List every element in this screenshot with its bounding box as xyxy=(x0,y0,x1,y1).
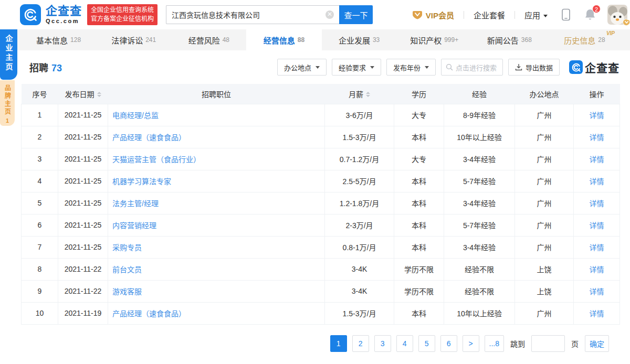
experience: 5-7年经验 xyxy=(444,170,515,192)
detail-link[interactable]: 详情 xyxy=(590,287,604,296)
job-position-link[interactable]: 天猫运营主管（食品行业） xyxy=(112,155,201,164)
detail-link[interactable]: 详情 xyxy=(590,133,604,142)
jump-to-label: 跳到 xyxy=(510,338,525,349)
search-icon xyxy=(446,63,453,71)
detail-link[interactable]: 详情 xyxy=(590,221,604,230)
tab-basic-info[interactable]: 基本信息128 xyxy=(21,29,96,50)
job-position-link[interactable]: 采购专员 xyxy=(112,243,142,252)
detail-link[interactable]: 详情 xyxy=(590,243,604,252)
mobile-app-button[interactable] xyxy=(561,8,571,21)
job-position-link[interactable]: 前台文员 xyxy=(112,265,142,274)
tab-risk[interactable]: 经营风险48 xyxy=(171,29,246,50)
detail-link[interactable]: 详情 xyxy=(590,177,604,186)
job-position-link[interactable]: 机器学习算法专家 xyxy=(112,177,171,186)
side-tab-brand-home[interactable]: 品牌主页 1 xyxy=(0,80,15,126)
row-index: 3 xyxy=(22,148,58,170)
job-position-cell: 天猫运营主管（食品行业） xyxy=(108,148,325,170)
apps-menu[interactable]: 应用 xyxy=(524,9,548,20)
qcc-watermark-text: 企查查 xyxy=(585,59,620,75)
tab-operation-info[interactable]: 经营信息88 xyxy=(246,29,321,50)
job-position-link[interactable]: 电商经理/总监 xyxy=(112,111,159,120)
qcc-watermark-icon xyxy=(569,60,583,74)
search-input[interactable]: 江西贪玩信息技术有限公司 ✕ xyxy=(166,5,339,24)
job-position-link[interactable]: 法务主管/经理 xyxy=(112,199,159,208)
experience: 经验不限 xyxy=(444,258,515,280)
avatar-vip-badge xyxy=(623,19,629,26)
pagination-pages: 123456>...8 xyxy=(330,335,504,352)
salary: 3-4K xyxy=(325,280,394,302)
row-index: 6 xyxy=(22,214,58,236)
page-button-5[interactable]: 5 xyxy=(418,335,435,352)
tab-history[interactable]: 历史信息28VIP xyxy=(547,29,622,50)
salary: 2.5-5万/月 xyxy=(325,170,394,192)
filter-experience[interactable]: 经验要求 xyxy=(332,59,381,76)
section-tabbar: 基本信息128 法律诉讼241 经营风险48 经营信息88 企业发展33 知识产… xyxy=(0,29,630,50)
certification-line-2: 官方备案企业征信机构 xyxy=(91,15,154,24)
notifications-button[interactable]: 2 xyxy=(584,8,596,21)
detail-link[interactable]: 详情 xyxy=(590,155,604,164)
filter-publish-year[interactable]: 发布年份 xyxy=(386,59,436,76)
education: 本科 xyxy=(394,126,444,148)
page-button-4[interactable]: 4 xyxy=(396,335,413,352)
col-action: 操作 xyxy=(574,84,620,104)
education: 大专 xyxy=(394,148,444,170)
salary: 1.2-1.8万/月 xyxy=(325,192,394,214)
job-position-cell: 产品经理（速食食品） xyxy=(108,126,325,148)
job-position-link[interactable]: 产品经理（速食食品） xyxy=(112,133,186,142)
detail-link[interactable]: 详情 xyxy=(590,265,604,274)
education: 本科 xyxy=(394,302,444,324)
row-index: 5 xyxy=(22,192,58,214)
detail-link[interactable]: 详情 xyxy=(590,111,604,120)
tab-news[interactable]: 新闻公告368 xyxy=(472,29,547,50)
qcc-logo-glyph xyxy=(23,7,38,22)
confirm-button[interactable]: 确定 xyxy=(585,335,609,352)
job-position-link[interactable]: 游戏客服 xyxy=(112,287,142,296)
col-experience: 经验 xyxy=(444,84,515,104)
user-avatar[interactable] xyxy=(607,5,627,25)
logo-name: 企查查 xyxy=(46,5,82,17)
publish-date: 2021-11-25 xyxy=(58,170,108,192)
page-button-3[interactable]: 3 xyxy=(374,335,391,352)
experience: 5-7年经验 xyxy=(444,214,515,236)
publish-date: 2021-11-25 xyxy=(58,236,108,258)
export-data-button[interactable]: 导出数据 xyxy=(508,59,560,76)
detail-link[interactable]: 详情 xyxy=(590,199,604,208)
page-button-6[interactable]: 6 xyxy=(440,335,457,352)
filter-office-location[interactable]: 办公地点 xyxy=(277,59,327,76)
vip-icon xyxy=(412,10,423,19)
vip-member-link[interactable]: VIP会员 xyxy=(412,9,454,20)
sort-icon[interactable] xyxy=(97,92,101,97)
table-row: 62021-11-25内容营销经理2-3万/月本科5-7年经验广州详情 xyxy=(22,214,620,236)
col-salary[interactable]: 月薪 xyxy=(325,84,394,104)
table-search-input[interactable]: 点击进行搜索 xyxy=(441,59,503,76)
tab-ip[interactable]: 知识产权999+ xyxy=(397,29,472,50)
header-nav: VIP会员 企业套餐 应用 2 xyxy=(412,5,630,25)
job-position-link[interactable]: 产品经理（速食食品） xyxy=(112,309,186,318)
vip-tag: VIP xyxy=(606,30,615,36)
publish-date: 2021-11-22 xyxy=(58,280,108,302)
tab-legal[interactable]: 法律诉讼241 xyxy=(96,29,171,50)
row-index: 1 xyxy=(22,104,58,126)
next-page-button[interactable]: > xyxy=(463,335,479,352)
job-position-link[interactable]: 内容营销经理 xyxy=(112,221,156,230)
page-button-2[interactable]: 2 xyxy=(352,335,369,352)
tab-development[interactable]: 企业发展33 xyxy=(322,29,397,50)
qcc-logo-text[interactable]: 企查查 Qcc.com xyxy=(46,5,82,24)
qcc-logo-icon[interactable] xyxy=(20,4,41,25)
detail-link[interactable]: 详情 xyxy=(590,309,604,318)
search-button[interactable]: 查一下 xyxy=(339,5,373,24)
action-cell: 详情 xyxy=(574,104,620,126)
col-date[interactable]: 发布日期 xyxy=(58,84,108,104)
sort-icon[interactable] xyxy=(366,92,370,97)
more-pages-button[interactable]: ...8 xyxy=(485,335,504,352)
job-position-cell: 产品经理（速食食品） xyxy=(108,302,325,324)
certification-badge: 全国企业信用查询系统 官方备案企业征信机构 xyxy=(87,4,158,26)
row-index: 7 xyxy=(22,236,58,258)
publish-date: 2021-11-25 xyxy=(58,126,108,148)
side-tab-company-home[interactable]: 企业主页 xyxy=(0,29,17,80)
page-jump-input[interactable] xyxy=(531,335,565,352)
page-button-1[interactable]: 1 xyxy=(330,335,347,352)
clear-icon[interactable]: ✕ xyxy=(326,10,334,19)
action-cell: 详情 xyxy=(574,258,620,280)
enterprise-package-link[interactable]: 企业套餐 xyxy=(474,9,505,20)
